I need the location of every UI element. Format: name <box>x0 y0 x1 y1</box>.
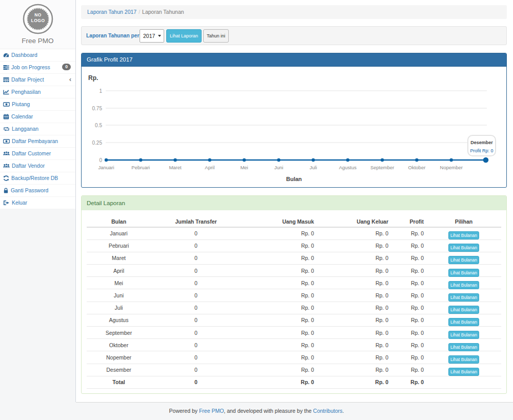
svg-text:0.5: 0.5 <box>95 123 102 128</box>
svg-text:Nopember: Nopember <box>440 165 463 170</box>
svg-text:NO: NO <box>34 12 42 17</box>
svg-text:LOGO: LOGO <box>31 18 45 23</box>
svg-text:Bulan: Bulan <box>286 176 302 182</box>
svg-text:Juli: Juli <box>309 165 317 170</box>
svg-text:Mei: Mei <box>240 165 248 170</box>
svg-text:Maret: Maret <box>169 165 182 170</box>
svg-text:Desember: Desember <box>470 140 493 145</box>
svg-text:Pebruari: Pebruari <box>131 165 150 170</box>
svg-text:Januari: Januari <box>98 165 114 170</box>
svg-text:Profit Rp: 0: Profit Rp: 0 <box>470 148 493 153</box>
svg-text:0: 0 <box>99 157 102 163</box>
svg-text:Juni: Juni <box>274 165 283 170</box>
svg-text:Agustus: Agustus <box>339 165 357 170</box>
svg-text:April: April <box>205 165 214 170</box>
svg-text:1: 1 <box>99 88 102 94</box>
svg-text:September: September <box>370 165 394 170</box>
svg-text:0.75: 0.75 <box>92 106 103 111</box>
svg-text:Rp.: Rp. <box>88 74 98 82</box>
svg-text:Oktober: Oktober <box>408 165 426 170</box>
svg-text:0.25: 0.25 <box>92 140 103 146</box>
